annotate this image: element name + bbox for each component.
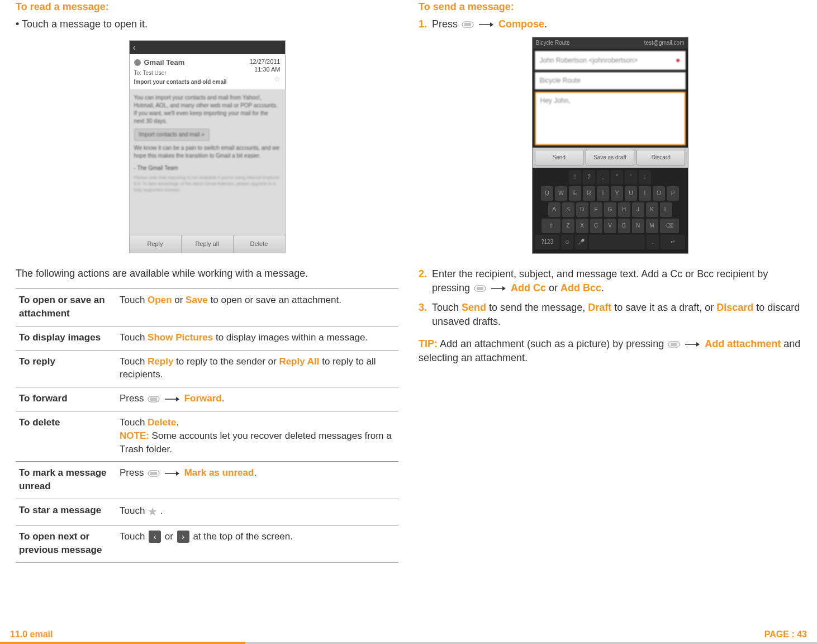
arrow-icon xyxy=(165,396,179,402)
step2-text: Enter the recipient, subject, and messag… xyxy=(432,267,801,295)
r2-label: To display images xyxy=(16,326,116,350)
actions-table: To open or save an attachment Touch Open… xyxy=(16,288,398,562)
r3-label: To reply xyxy=(16,350,116,387)
cs-subject: Bicycle Route xyxy=(540,76,581,86)
r5-text: Touch Delete. NOTE: Some accounts let yo… xyxy=(116,411,398,461)
arrow-icon xyxy=(479,22,493,27)
r8-text: Touch ‹ or › at the top of the screen. xyxy=(116,525,398,562)
right-heading: To send a message: xyxy=(419,0,801,14)
r6-label: To mark a message unread xyxy=(16,462,116,499)
actions-intro: The following actions are available whil… xyxy=(16,267,398,281)
footer-left: 11.0 email xyxy=(10,628,53,641)
r3-text: Touch Reply to reply to the sender or Re… xyxy=(116,350,398,387)
step2-num: 2. xyxy=(419,267,432,295)
svg-marker-29 xyxy=(696,342,700,347)
svg-marker-11 xyxy=(176,471,179,476)
svg-marker-5 xyxy=(176,397,179,401)
ps-body2: We know it can be a pain to switch email… xyxy=(134,144,281,160)
left-heading: To read a message: xyxy=(16,0,398,14)
step3-num: 3. xyxy=(419,301,432,329)
progress-bar xyxy=(0,642,817,644)
back-icon: ‹ xyxy=(133,41,136,54)
menu-icon xyxy=(462,21,474,28)
step1-text: Press Compose. xyxy=(432,17,801,31)
cs-title-right: test@gmail.com xyxy=(644,39,685,47)
cs-discard-btn: Discard xyxy=(636,150,685,165)
star-icon: ☆ xyxy=(274,74,281,84)
star-icon: ★ xyxy=(148,505,158,518)
alert-icon: ● xyxy=(676,55,680,66)
r8-label: To open next or previous message xyxy=(16,525,116,562)
r7-text: Touch ★ . xyxy=(116,499,398,525)
menu-icon xyxy=(474,285,486,292)
ps-delete-btn: Delete xyxy=(234,235,285,253)
ps-import-btn: Import contacts and mail » xyxy=(134,129,210,141)
r4-text: Press Forward. xyxy=(116,387,398,411)
tip-text: TIP: Add an attachment (such as a pictur… xyxy=(419,337,801,365)
prev-icon: ‹ xyxy=(149,531,161,543)
r1-text: Touch Open or Save to open or save an at… xyxy=(116,289,398,326)
ps-subject: Import your contacts and old email xyxy=(134,78,281,86)
ps-body1: You can import your contacts and mail fr… xyxy=(134,94,281,125)
ps-replyall-btn: Reply all xyxy=(182,235,234,253)
footer-right: PAGE : 43 xyxy=(764,628,807,641)
next-icon: › xyxy=(177,531,189,543)
cs-body: Hey John, xyxy=(535,92,686,145)
svg-marker-23 xyxy=(502,286,506,291)
menu-icon xyxy=(148,396,160,402)
r1-label: To open or save an attachment xyxy=(16,289,116,326)
r5-label: To delete xyxy=(16,411,116,461)
read-message-screenshot: ‹ Gmail Team 12/27/2011 11:30 AM To: Tes… xyxy=(129,40,286,253)
ps-time: 11:30 AM xyxy=(254,65,280,74)
svg-marker-17 xyxy=(490,22,493,27)
compose-screenshot: Bicycle Route test@gmail.com John Robert… xyxy=(532,37,688,253)
left-bullet: • Touch a message to open it. xyxy=(16,17,398,31)
ps-reply-btn: Reply xyxy=(130,235,182,253)
r2-text: Touch Show Pictures to display images wi… xyxy=(116,326,398,350)
r6-text: Press Mark as unread. xyxy=(116,462,398,499)
step3-text: Touch Send to send the message, Draft to… xyxy=(432,301,801,329)
ps-from: Gmail Team xyxy=(144,58,185,68)
cs-save-btn: Save as draft xyxy=(586,150,634,165)
menu-icon xyxy=(148,470,160,477)
cs-to: John Robertson <johnrobertson> xyxy=(540,56,638,65)
ps-fine: Please note that importing is not availa… xyxy=(134,174,281,193)
ps-sign: - The Gmail Team xyxy=(134,164,281,172)
arrow-icon xyxy=(685,342,700,347)
cs-send-btn: Send xyxy=(535,150,583,165)
arrow-icon xyxy=(491,286,506,291)
arrow-icon xyxy=(165,471,179,476)
keyboard: !?,"': QWERTYUIOP ASDFGHJKL ⇧ZXCVBNM⌫ ?1… xyxy=(533,168,688,253)
r4-label: To forward xyxy=(16,387,116,411)
menu-icon xyxy=(668,341,680,348)
step1-num: 1. xyxy=(419,17,432,31)
cs-title-left: Bicycle Route xyxy=(536,39,570,47)
r7-label: To star a message xyxy=(16,499,116,525)
